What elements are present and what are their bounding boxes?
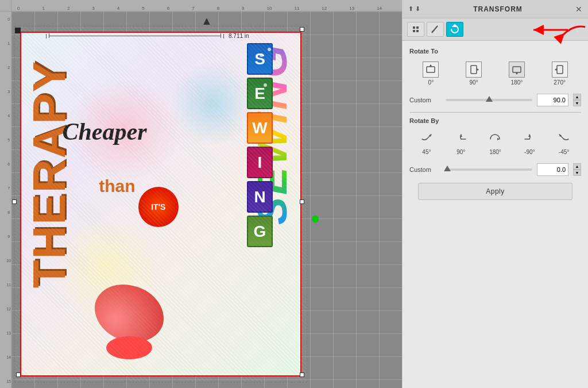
rotate-0-button[interactable]: 0°	[419, 59, 442, 88]
svg-marker-6	[453, 25, 457, 26]
up-arrow-indicator: ▲	[201, 14, 212, 28]
rotate-by-45-button[interactable]: 45°	[416, 129, 437, 157]
sewing-machine-icon	[95, 285, 164, 342]
rotate-by-icons-row: 45° 90°	[409, 129, 581, 157]
rotate-by-neg90-button[interactable]: -90°	[519, 129, 540, 157]
rotate-by-180-label: 180°	[489, 149, 501, 155]
rotate-by-90-button[interactable]: 90°	[451, 129, 471, 157]
ruler-corner	[0, 0, 11, 11]
selection-handle-tl[interactable]	[15, 28, 21, 33]
svg-rect-11	[471, 66, 477, 74]
rotate-to-custom-label: Custom	[409, 97, 441, 103]
rotate-180-label: 180°	[511, 79, 523, 86]
rotation-handle[interactable]	[312, 216, 319, 222]
svg-rect-14	[513, 67, 521, 72]
letter-I: I	[247, 147, 273, 178]
rotate-to-spinners: ▲ ▼	[573, 94, 581, 106]
its-circle: IT'S	[138, 187, 179, 227]
rotate-to-spin-up[interactable]: ▲	[573, 94, 581, 100]
svg-marker-19	[555, 68, 556, 71]
pen-tool-button[interactable]	[427, 22, 444, 37]
rotate-by-spin-up[interactable]: ▲	[573, 163, 581, 170]
rotate-180-button[interactable]: 180°	[505, 59, 528, 88]
rotate-0-label: 0°	[428, 79, 434, 86]
svg-rect-2	[413, 30, 415, 32]
svg-rect-8	[427, 67, 435, 72]
cheaper-text: Cheaper	[63, 118, 147, 145]
panel-toolbar	[403, 18, 588, 41]
handle-tr[interactable]	[300, 27, 304, 32]
rotate-by-45-label: 45°	[422, 149, 431, 155]
design-content: THERAPY SEWING Cheaper than IT'S S E W I…	[20, 32, 301, 377]
panel-body: Rotate To 0°	[403, 41, 588, 388]
canvas-area: 0 1 2 3 4 5 6 7 8 9 10 11 12 13 14 15 0 …	[0, 0, 402, 388]
rotate-to-value-input[interactable]	[537, 94, 568, 106]
rotate-by-neg90-label: -90°	[524, 149, 535, 155]
ruler-top: 0 1 2 3 4 5 6 7 8 9 10 11 12 13 14 15	[11, 0, 402, 11]
rotate-to-custom-row: Custom ▲ ▼	[409, 94, 581, 106]
measure-label: 8.711 in	[46, 33, 249, 39]
rotate-by-custom-label: Custom	[409, 166, 441, 173]
rotate-by-slider[interactable]	[446, 168, 532, 171]
rotate-by-neg45-label: -45°	[559, 149, 569, 155]
svg-rect-17	[557, 66, 563, 74]
rotate-by-spinners: ▲ ▼	[573, 163, 581, 176]
svg-rect-3	[416, 30, 419, 32]
svg-rect-1	[416, 26, 419, 29]
rotate-by-label: Rotate By	[409, 117, 581, 124]
rotate-270-label: 270°	[554, 79, 566, 86]
handle-br[interactable]	[300, 372, 304, 377]
rotate-by-spin-down[interactable]: ▼	[573, 170, 581, 176]
handle-bl[interactable]	[16, 372, 21, 377]
rotate-270-button[interactable]: 270°	[548, 59, 571, 88]
rotate-to-slider[interactable]	[446, 99, 532, 101]
handle-ml[interactable]	[12, 199, 17, 204]
rotate-by-180-button[interactable]: 180°	[485, 129, 505, 157]
rotate-by-value-input[interactable]	[537, 163, 568, 176]
rotate-to-row: 0° 90°	[409, 59, 581, 88]
letter-N: N	[247, 181, 273, 213]
rotate-tool-button[interactable]	[446, 22, 463, 37]
svg-marker-13	[477, 68, 479, 71]
move-tool-button[interactable]	[407, 22, 424, 37]
than-text: than	[99, 176, 135, 196]
rotate-90-button[interactable]: 90°	[462, 59, 485, 88]
letter-W: W	[247, 112, 273, 144]
svg-marker-16	[516, 73, 518, 75]
rotate-by-neg45-button[interactable]: -45°	[554, 129, 574, 157]
rotate-by-custom-row: Custom ▲ ▼	[409, 163, 581, 176]
ruler-left: 0 1 2 3 4 5 6 7 8 9 10 11 12 13 14 15	[0, 11, 11, 388]
rotate-90-label: 90°	[470, 79, 478, 86]
svg-marker-10	[430, 64, 432, 66]
apply-button[interactable]: Apply	[418, 183, 572, 200]
rotate-by-90-label: 90°	[457, 149, 465, 155]
letter-G: G	[247, 216, 273, 247]
therapy-text: THERAPY	[23, 60, 76, 288]
transform-panel: ⬆ ⬇ TRANSFORM ✕	[402, 0, 588, 388]
svg-rect-0	[413, 26, 415, 29]
rotate-to-spin-down[interactable]: ▼	[573, 100, 581, 106]
letter-E: E	[247, 78, 273, 109]
polka-dot-accent	[106, 336, 152, 359]
handle-mr[interactable]	[300, 199, 304, 204]
section-divider	[409, 112, 581, 113]
